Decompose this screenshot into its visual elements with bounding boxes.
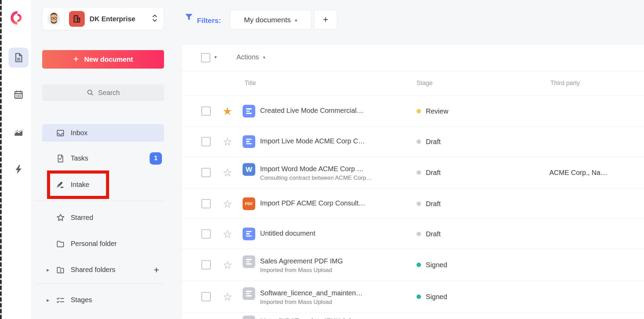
pencil-icon: [56, 180, 65, 190]
row-checkbox[interactable]: [201, 229, 211, 238]
caret-right-icon[interactable]: ▸: [47, 267, 49, 273]
sidebar-item-inbox[interactable]: Inbox: [42, 124, 164, 142]
reports-icon: [13, 127, 24, 138]
row-checkbox[interactable]: [201, 292, 211, 302]
doc-gray-file-icon: [243, 287, 255, 300]
filters-label: Filters:: [197, 16, 221, 25]
search-button[interactable]: Search: [42, 84, 164, 101]
star-toggle[interactable]: ☆: [223, 198, 232, 209]
stage-label: Signed: [426, 293, 447, 301]
new-document-button[interactable]: + New document: [42, 50, 164, 69]
filter-funnel-icon: [184, 13, 194, 22]
document-subtitle: Consulting contract between ACME Corp…: [260, 174, 372, 182]
select-all-checkbox[interactable]: [201, 53, 210, 62]
row-checkbox[interactable]: [201, 260, 211, 270]
select-menu-caret-icon[interactable]: ▾: [214, 55, 217, 60]
sidebar-item-shared-folders[interactable]: ▸ Shared folders +: [42, 261, 164, 279]
star-toggle[interactable]: ☆: [223, 260, 232, 270]
column-header-title[interactable]: Title: [245, 80, 256, 87]
stage-dot: [417, 295, 421, 299]
sidebar-item-intake annotation-highlight[interactable]: Intake: [47, 170, 109, 199]
sidebar-item-personal-folder[interactable]: Personal folder: [42, 235, 164, 252]
sidebar-item-label: Inbox: [71, 129, 87, 137]
document-cell: MutualNDATemplate IFUK July…: [243, 316, 361, 319]
filter-select-my-documents[interactable]: My documents ▾: [230, 10, 311, 29]
table-row[interactable]: ☆MutualNDATemplate IFUK July…: [182, 313, 644, 319]
row-checkbox[interactable]: [201, 168, 211, 177]
document-cell: Software_licence_and_mainten…Imported fr…: [243, 287, 363, 306]
selected-filter-value: My documents: [244, 16, 291, 24]
rail-automations-tab[interactable]: [9, 160, 28, 179]
sidebar-item-starred[interactable]: Starred: [42, 209, 164, 226]
table-row[interactable]: ☆PDFImport PDF ACME Corp Consult…Draft: [182, 189, 644, 219]
column-header-stage[interactable]: Stage: [417, 80, 433, 87]
inbox-icon: [56, 128, 65, 138]
column-header-third-party[interactable]: Third party: [550, 80, 580, 87]
calendar-icon: [13, 89, 24, 100]
search-label: Search: [98, 89, 120, 97]
star-toggle[interactable]: ☆: [223, 292, 232, 302]
row-checkbox[interactable]: [201, 137, 211, 146]
document-cell: Import Live Mode ACME Corp C…: [243, 135, 365, 148]
chevron-up-down-icon: [151, 14, 158, 24]
document-cell: WImport Word Mode ACME Corp …Consulting …: [243, 163, 372, 182]
document-title[interactable]: Import Live Mode ACME Corp C…: [260, 136, 365, 145]
document-title[interactable]: Software_licence_and_mainten…: [260, 288, 363, 298]
stage-label: Review: [426, 107, 448, 115]
brand-logo: [9, 10, 26, 26]
doc-blue-file-icon: [243, 105, 255, 118]
document-cell: PDFImport PDF ACME Corp Consult…: [243, 197, 365, 210]
document-title[interactable]: Sales Agreement PDF IMG: [260, 257, 343, 266]
table-row[interactable]: ★Created Live Mode Commercial…Review: [182, 96, 644, 127]
table-row[interactable]: ☆WImport Word Mode ACME Corp …Consulting…: [182, 157, 644, 189]
document-title[interactable]: Import Word Mode ACME Corp …: [260, 164, 372, 174]
table-row[interactable]: ☆Sales Agreement PDF IMGImported from Ma…: [182, 249, 644, 281]
stage-label: Draft: [426, 169, 441, 177]
document-title[interactable]: Import PDF ACME Corp Consult…: [260, 198, 365, 208]
actions-menu[interactable]: Actions ▾: [236, 53, 265, 61]
new-document-label: New document: [84, 56, 133, 63]
rail-calendar-tab[interactable]: [9, 85, 28, 105]
doc-gray-file-icon: [243, 256, 255, 268]
sidebar-item-tasks[interactable]: Tasks 1: [42, 150, 164, 167]
rail-documents-tab[interactable]: [9, 48, 28, 68]
add-filter-button[interactable]: +: [314, 10, 337, 29]
row-checkbox[interactable]: [201, 199, 211, 208]
user-avatar: [47, 12, 60, 25]
document-title[interactable]: MutualNDATemplate IFUK July…: [260, 317, 361, 319]
document-title[interactable]: Untitled document: [260, 228, 315, 238]
stage-dot: [417, 139, 421, 144]
star-toggle[interactable]: ☆: [223, 228, 232, 239]
document-subtitle: Imported from Mass Upload: [260, 266, 343, 274]
document-cell: Sales Agreement PDF IMGImported from Mas…: [243, 256, 343, 274]
rail-reports-tab[interactable]: [9, 122, 28, 142]
actions-label: Actions: [236, 53, 259, 61]
star-toggle[interactable]: ☆: [223, 167, 232, 178]
star-toggle[interactable]: ★: [223, 106, 232, 117]
table-row[interactable]: ☆Untitled documentDraft: [182, 219, 644, 249]
sidebar-item-stages[interactable]: ▸ Stages: [42, 291, 164, 309]
workspace-name: DK Enterprise: [90, 15, 151, 23]
stage-cell: Signed: [417, 261, 447, 269]
stage-label: Draft: [426, 138, 441, 145]
table-row[interactable]: ☆Import Live Mode ACME Corp C…Draft: [182, 127, 644, 157]
sidebar-item-label: Shared folders: [71, 266, 115, 274]
divider: [35, 201, 164, 201]
stage-label: Signed: [426, 261, 447, 269]
table-row[interactable]: ☆Software_licence_and_mainten…Imported f…: [182, 281, 644, 313]
stage-cell: Draft: [417, 230, 441, 238]
tasks-count-badge: 1: [150, 152, 162, 165]
star-toggle[interactable]: ☆: [223, 136, 232, 147]
doc-blue-file-icon: [243, 227, 255, 240]
sidebar-item-label: Starred: [71, 214, 93, 222]
workspace-selector[interactable]: DK Enterprise: [42, 8, 164, 30]
caret-right-icon[interactable]: ▸: [47, 297, 49, 303]
document-title[interactable]: Created Live Mode Commercial…: [260, 106, 363, 115]
app-rail: [2, 0, 32, 319]
row-checkbox[interactable]: [201, 107, 211, 116]
stage-dot: [417, 232, 421, 236]
document-cell: Created Live Mode Commercial…: [243, 105, 363, 118]
add-shared-folder-button[interactable]: +: [154, 264, 159, 275]
stage-cell: Signed: [417, 293, 447, 301]
stage-cell: Review: [417, 107, 448, 115]
